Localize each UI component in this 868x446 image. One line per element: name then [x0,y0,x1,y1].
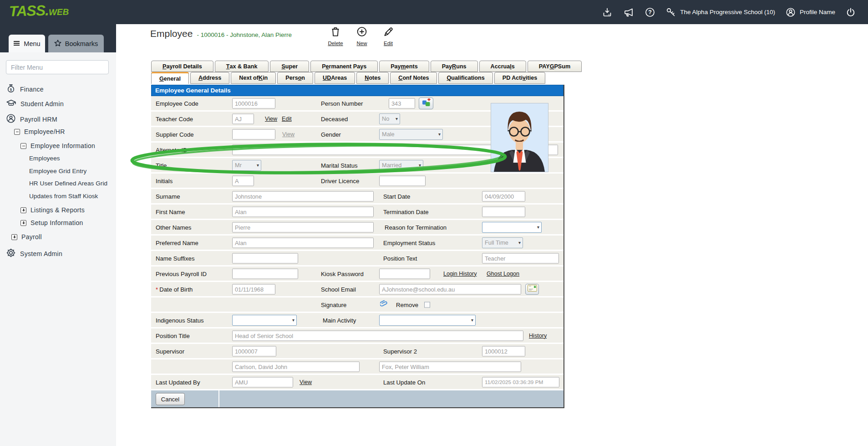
help-icon[interactable]: ? [645,7,655,18]
sidebar-item-payroll-hrm[interactable]: Payroll HRM [6,113,57,125]
position-title-history-link[interactable]: History [529,333,547,339]
tab-menu[interactable]: Menu [9,35,45,52]
tab-payments[interactable]: Payments [379,61,429,72]
supplier-view-link[interactable]: View [282,131,294,138]
sidebar-item-employee-grid-entry[interactable]: Employee Grid Entry [29,168,86,174]
tab-bookmarks[interactable]: Bookmarks [48,35,104,52]
indigenous-status-select[interactable]: ▾ [232,315,297,326]
person-number-input[interactable] [389,98,415,108]
teacher-edit-link[interactable]: Edit [282,116,292,122]
employment-status-label: Employment Status [383,239,435,246]
position-title-input[interactable] [232,330,523,341]
delete-button[interactable]: Delete [324,26,347,46]
cancel-button[interactable]: Cancel [156,393,185,405]
last-updated-by-input[interactable] [232,377,293,387]
sidebar-item-updates-from-staff-kiosk[interactable]: Updates from Staff Kiosk [29,193,98,200]
supervisor2-name-input[interactable] [379,361,521,372]
send-email-button[interactable] [525,284,539,295]
date-of-birth-input[interactable] [232,284,275,294]
supervisor-input[interactable] [232,346,276,356]
surname-input[interactable] [232,191,374,201]
collapse-icon[interactable] [20,143,26,149]
sidebar-item-student-admin[interactable]: Student Admin [6,98,64,109]
svg-text:$: $ [10,87,12,92]
row-position-title: Position Title History [151,328,563,344]
initials-input[interactable] [232,175,254,186]
supplier-code-input[interactable] [232,129,275,139]
tab-super[interactable]: Super [270,61,309,72]
marital-status-select[interactable]: Married▾ [379,160,423,171]
tab-accruals[interactable]: Accruals [479,61,526,72]
sidebar-item-employee-hr[interactable]: Employee/HR [14,128,65,135]
last-updated-view-link[interactable]: View [299,379,312,385]
expand-icon[interactable] [11,234,17,240]
tab-payg-psum[interactable]: PAYG PSum [528,61,582,72]
sidebar-item-system-admin[interactable]: System Admin [6,248,62,259]
last-update-on-input[interactable] [482,377,559,387]
termination-date-input[interactable] [482,206,525,217]
power-icon[interactable] [845,7,856,18]
teacher-view-link[interactable]: View [265,116,277,122]
tab-notes[interactable]: Notes [356,72,389,84]
sidebar-item-employees[interactable]: Employees [29,155,60,162]
new-button[interactable]: New [350,26,373,46]
reason-for-termination-select[interactable]: ▾ [482,222,542,233]
profile-menu[interactable]: Profile Name [785,7,835,18]
main-activity-select[interactable]: ▾ [379,315,476,326]
person-link-button[interactable] [419,97,433,109]
name-suffixes-input[interactable] [232,253,298,263]
tab-payroll-details[interactable]: Payroll Details [151,61,213,72]
signature-remove-checkbox[interactable] [424,302,430,308]
sidebar-item-employee-information[interactable]: Employee Information [20,142,95,149]
tab-general[interactable]: General [151,72,189,84]
title-select[interactable]: Mr▾ [232,160,261,171]
sidebar-item-payroll[interactable]: Payroll [11,233,42,241]
puzzle-icon [422,98,431,108]
tab-person[interactable]: Person [277,72,313,84]
sidebar-item-finance[interactable]: $ Finance [6,83,44,95]
filter-menu-input[interactable] [6,60,109,74]
employment-status-select[interactable]: Full Time▾ [482,237,523,248]
tab-next-of-kin[interactable]: Next of Kin [231,72,276,84]
expand-icon[interactable] [20,207,26,213]
gender-select[interactable]: Male▾ [379,129,443,140]
supervisor2-label: Supervisor 2 [383,348,417,354]
tab-conf-notes[interactable]: Conf Notes [390,72,437,84]
tab-tax-bank[interactable]: Tax & Bank [215,61,269,72]
megaphone-icon[interactable] [623,7,635,18]
money-bag-icon: $ [6,83,16,95]
supervisor2-input[interactable] [482,346,525,356]
sidebar-item-setup-information[interactable]: Setup Information [20,219,83,226]
kiosk-password-input[interactable] [379,268,430,279]
tab-address[interactable]: Address [190,72,229,84]
other-names-label: Other Names [156,224,191,231]
paperclip-icon[interactable] [380,300,388,309]
previous-payroll-id-input[interactable] [232,268,298,279]
tab-pd-activities[interactable]: PD Activities [494,72,546,84]
collapse-icon[interactable] [14,129,20,135]
supervisor-name-input[interactable] [232,361,360,372]
tab-ud-areas[interactable]: UD Areas [315,72,355,84]
deceased-select[interactable]: No▾ [379,113,400,124]
preferred-name-input[interactable] [232,237,374,248]
position-text-input[interactable] [482,253,559,263]
edit-button[interactable]: Edit [377,26,400,46]
tab-pay-runs[interactable]: Pay Runs [431,61,478,72]
login-history-link[interactable]: Login History [443,271,477,277]
ghost-logon-link[interactable]: Ghost Logon [487,271,519,277]
sidebar-item-hr-user-defined-areas-grid[interactable]: HR User Defined Areas Grid [29,180,107,187]
tab-qualifications[interactable]: Qualifications [438,72,492,84]
expand-icon[interactable] [20,220,26,226]
school-context[interactable]: The Alpha Progressive School (10) [665,7,775,18]
download-icon[interactable] [602,7,613,18]
teacher-code-input[interactable] [232,113,254,124]
first-name-input[interactable] [232,206,374,217]
school-email-input[interactable] [379,284,521,294]
sidebar-item-listings-reports[interactable]: Listings & Reports [20,206,85,214]
employee-code-input[interactable] [232,98,275,108]
tab-permanent-pays[interactable]: Permanent Pays [310,61,378,72]
other-names-input[interactable] [232,222,374,232]
first-name-label: First Name [156,208,185,215]
start-date-input[interactable] [482,191,525,201]
driver-licence-input[interactable] [379,175,426,186]
